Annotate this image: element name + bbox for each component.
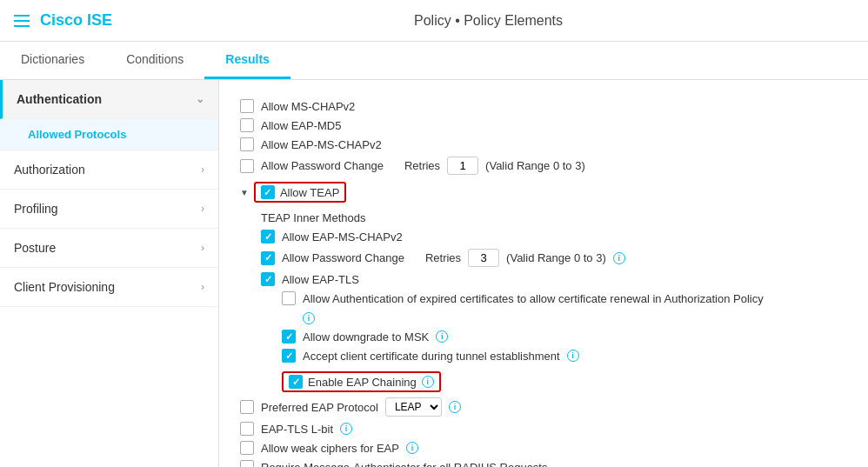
checkbox-enable-eap-chaining[interactable] xyxy=(289,375,303,389)
chevron-right-icon3: › xyxy=(201,242,204,254)
label-require-msg-auth: Require Message-Authenticator for all RA… xyxy=(261,461,547,468)
retries-input-3[interactable] xyxy=(468,249,499,267)
chevron-down-icon: ⌄ xyxy=(196,93,204,105)
checkbox-allow-teap[interactable] xyxy=(261,185,275,199)
checkbox-allow-password-change[interactable] xyxy=(240,159,254,173)
hamburger-menu[interactable] xyxy=(14,15,30,27)
info-icon-client-cert[interactable]: i xyxy=(567,350,579,362)
info-icon-msk[interactable]: i xyxy=(436,330,448,343)
chevron-right-icon: › xyxy=(201,163,204,176)
sidebar-item-client-prov-label: Client Provisioning xyxy=(14,280,115,294)
row-allow-eap-ms-chapv2: Allow EAP-MS-CHAPv2 xyxy=(240,137,847,151)
content-area: Allow MS-CHAPv2 Allow EAP-MD5 Allow EAP-… xyxy=(219,80,868,467)
row-eap-ms-chapv2-inner: Allow EAP-MS-CHAPv2 xyxy=(261,230,847,244)
checkbox-preferred-eap[interactable] xyxy=(240,400,254,414)
top-nav: Cisco ISE Policy • Policy Elements xyxy=(0,0,868,42)
row-allow-downgrade-msk: Allow downgrade to MSK i xyxy=(282,330,847,344)
label-allow-password-change: Allow Password Change xyxy=(261,159,384,172)
sidebar-item-posture[interactable]: Posture › xyxy=(0,229,218,268)
row-allow-eap-tls: Allow EAP-TLS xyxy=(261,272,847,286)
sidebar: Authentication ⌄ Allowed Protocols Autho… xyxy=(0,80,219,467)
tab-bar: Dictionaries Conditions Results xyxy=(0,42,868,80)
sidebar-item-posture-label: Posture xyxy=(14,241,56,255)
checkbox-allow-downgrade-msk[interactable] xyxy=(282,330,296,344)
teap-inner-methods-label: TEAP Inner Methods xyxy=(261,211,847,224)
checkbox-eap-tls-lbit[interactable] xyxy=(240,422,254,436)
info-icon-retries[interactable]: i xyxy=(613,252,625,264)
row-accept-client-cert: Accept client certificate during tunnel … xyxy=(282,349,847,363)
info-icon-eap-chaining[interactable]: i xyxy=(422,376,434,388)
retries-input-1[interactable] xyxy=(447,157,478,175)
main-layout: Authentication ⌄ Allowed Protocols Autho… xyxy=(0,80,868,467)
label-allow-eap-tls: Allow EAP-TLS xyxy=(282,273,359,286)
row-enable-eap-chaining: Enable EAP Chaining i xyxy=(240,368,847,392)
preferred-eap-select[interactable]: LEAP xyxy=(385,397,442,417)
checkbox-accept-client-cert[interactable] xyxy=(282,349,296,363)
row-allow-teap: ▼ Allow TEAP xyxy=(240,182,847,203)
checkbox-allow-eap-ms-chapv2[interactable] xyxy=(240,137,254,151)
retries-label-inner: Retries xyxy=(425,251,461,264)
label-password-change-inner: Allow Password Change xyxy=(282,251,404,264)
teap-expand-arrow[interactable]: ▼ xyxy=(240,188,249,197)
row-allow-auth-expired: Allow Authentication of expired certific… xyxy=(282,291,847,305)
checkbox-require-msg-auth[interactable] xyxy=(240,460,254,467)
label-preferred-eap: Preferred EAP Protocol xyxy=(261,401,378,414)
enable-eap-chaining-highlight: Enable EAP Chaining i xyxy=(282,371,441,392)
label-allow-auth-expired: Allow Authentication of expired certific… xyxy=(303,292,764,305)
label-eap-tls-lbit: EAP-TLS L-bit xyxy=(261,423,333,436)
checkbox-allow-ms-chapv2[interactable] xyxy=(240,99,254,113)
brand-logo: Cisco ISE xyxy=(40,11,112,30)
info-icon-expired[interactable]: i xyxy=(303,312,315,324)
valid-range-label-1: (Valid Range 0 to 3) xyxy=(485,159,585,172)
tab-conditions[interactable]: Conditions xyxy=(105,42,204,79)
label-allow-ms-chapv2: Allow MS-CHAPv2 xyxy=(261,100,355,113)
label-allow-downgrade-msk: Allow downgrade to MSK xyxy=(303,330,429,344)
sidebar-item-authentication[interactable]: Authentication ⌄ xyxy=(0,80,218,119)
sidebar-item-authentication-label: Authentication xyxy=(17,92,102,106)
tab-dictionaries[interactable]: Dictionaries xyxy=(0,42,105,79)
info-icon-weak-ciphers[interactable]: i xyxy=(406,442,418,454)
checkbox-password-change-inner[interactable] xyxy=(261,251,275,265)
checkbox-allow-weak-ciphers[interactable] xyxy=(240,441,254,455)
label-allow-teap: Allow TEAP xyxy=(280,186,339,199)
row-require-msg-auth: Require Message-Authenticator for all RA… xyxy=(240,460,847,467)
retries-label: Retries xyxy=(404,159,440,172)
sidebar-item-authorization[interactable]: Authorization › xyxy=(0,150,218,190)
checkbox-allow-eap-md5[interactable] xyxy=(240,118,254,132)
page-title: Policy • Policy Elements xyxy=(123,13,854,29)
row-eap-tls-lbit: EAP-TLS L-bit i xyxy=(240,422,847,436)
preferred-eap-select-group: LEAP xyxy=(385,397,442,417)
row-allow-weak-ciphers: Allow weak ciphers for EAP i xyxy=(240,441,847,455)
checkbox-eap-ms-chapv2-inner[interactable] xyxy=(261,230,275,244)
label-allow-weak-ciphers: Allow weak ciphers for EAP xyxy=(261,442,399,455)
chevron-right-icon2: › xyxy=(201,203,204,215)
row-allow-eap-md5: Allow EAP-MD5 xyxy=(240,118,847,132)
checkbox-allow-eap-tls[interactable] xyxy=(261,272,275,286)
sidebar-item-authorization-label: Authorization xyxy=(14,163,85,177)
info-icon-eap-tls-lbit[interactable]: i xyxy=(340,423,352,435)
sidebar-item-allowed-protocols[interactable]: Allowed Protocols xyxy=(0,119,218,150)
tab-results[interactable]: Results xyxy=(204,42,290,79)
row-allow-ms-chapv2: Allow MS-CHAPv2 xyxy=(240,99,847,113)
row-preferred-eap: Preferred EAP Protocol LEAP i xyxy=(240,397,847,417)
sidebar-item-profiling-label: Profiling xyxy=(14,202,58,216)
label-accept-client-cert: Accept client certificate during tunnel … xyxy=(303,350,560,363)
row-allow-password-change: Allow Password Change Retries (Valid Ran… xyxy=(240,157,847,175)
allow-teap-highlight: Allow TEAP xyxy=(254,182,346,203)
row-password-change-inner: Allow Password Change Retries (Valid Ran… xyxy=(261,249,847,267)
info-icon-preferred-eap[interactable]: i xyxy=(449,401,461,413)
label-eap-ms-chapv2-inner: Allow EAP-MS-CHAPv2 xyxy=(282,230,403,244)
label-allow-eap-md5: Allow EAP-MD5 xyxy=(261,119,341,132)
label-enable-eap-chaining: Enable EAP Chaining xyxy=(308,376,417,389)
sidebar-item-client-provisioning[interactable]: Client Provisioning › xyxy=(0,268,218,307)
valid-range-label-2: (Valid Range 0 to 3) xyxy=(506,251,606,264)
checkbox-allow-auth-expired[interactable] xyxy=(282,291,296,305)
label-allow-eap-ms-chapv2: Allow EAP-MS-CHAPv2 xyxy=(261,138,382,151)
sidebar-item-profiling[interactable]: Profiling › xyxy=(0,190,218,229)
chevron-right-icon4: › xyxy=(201,281,204,293)
